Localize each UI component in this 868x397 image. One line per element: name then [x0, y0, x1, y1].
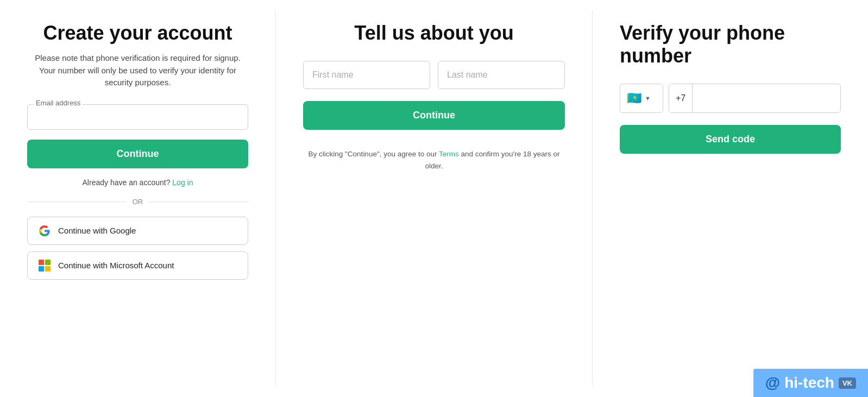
- phone-row: 🇰🇿 ▼ +7: [620, 84, 841, 113]
- create-account-subtitle: Please note that phone verification is r…: [27, 52, 248, 89]
- or-line-left: [27, 201, 126, 202]
- country-selector[interactable]: 🇰🇿 ▼: [620, 84, 663, 113]
- watermark: @ hi-tech VK: [753, 369, 868, 397]
- google-button[interactable]: Continue with Google: [27, 217, 248, 245]
- terms-link[interactable]: Terms: [439, 150, 459, 158]
- email-form-group: Email address: [27, 104, 248, 130]
- continue-button-1[interactable]: Continue: [27, 140, 248, 168]
- create-account-panel: Create your account Please note that pho…: [0, 0, 275, 397]
- first-name-input[interactable]: [303, 61, 430, 89]
- last-name-input[interactable]: [438, 61, 565, 89]
- name-row: [303, 61, 565, 89]
- phone-input-wrapper: +7: [669, 84, 841, 113]
- email-input[interactable]: [27, 104, 248, 130]
- microsoft-button[interactable]: Continue with Microsoft Account: [27, 251, 248, 280]
- watermark-text: hi-tech: [784, 374, 834, 392]
- verify-phone-title: Verify your phone number: [620, 22, 841, 67]
- already-account-text: Already have an account? Log in: [27, 178, 248, 187]
- email-label: Email address: [34, 99, 83, 107]
- watermark-vk-badge: VK: [839, 377, 856, 389]
- login-link[interactable]: Log in: [172, 178, 193, 187]
- google-icon: [39, 225, 51, 237]
- send-code-button[interactable]: Send code: [620, 125, 841, 154]
- country-flag: 🇰🇿: [627, 91, 641, 105]
- watermark-at: @: [765, 374, 780, 392]
- microsoft-icon: [39, 260, 51, 272]
- chevron-down-icon: ▼: [645, 95, 651, 102]
- phone-input[interactable]: [693, 84, 840, 112]
- microsoft-button-label: Continue with Microsoft Account: [58, 261, 174, 270]
- phone-prefix: +7: [669, 84, 693, 112]
- tell-us-panel: Tell us about you Continue By clicking "…: [276, 0, 592, 397]
- terms-text: By clicking "Continue", you agree to our…: [303, 148, 565, 172]
- verify-phone-panel: Verify your phone number 🇰🇿 ▼ +7 Send co…: [593, 0, 868, 397]
- or-label: OR: [133, 198, 143, 206]
- or-line-right: [149, 201, 248, 202]
- tell-us-title: Tell us about you: [303, 22, 565, 45]
- or-divider: OR: [27, 198, 248, 206]
- create-account-title: Create your account: [27, 22, 248, 45]
- continue-button-2[interactable]: Continue: [303, 101, 565, 130]
- google-button-label: Continue with Google: [58, 226, 136, 235]
